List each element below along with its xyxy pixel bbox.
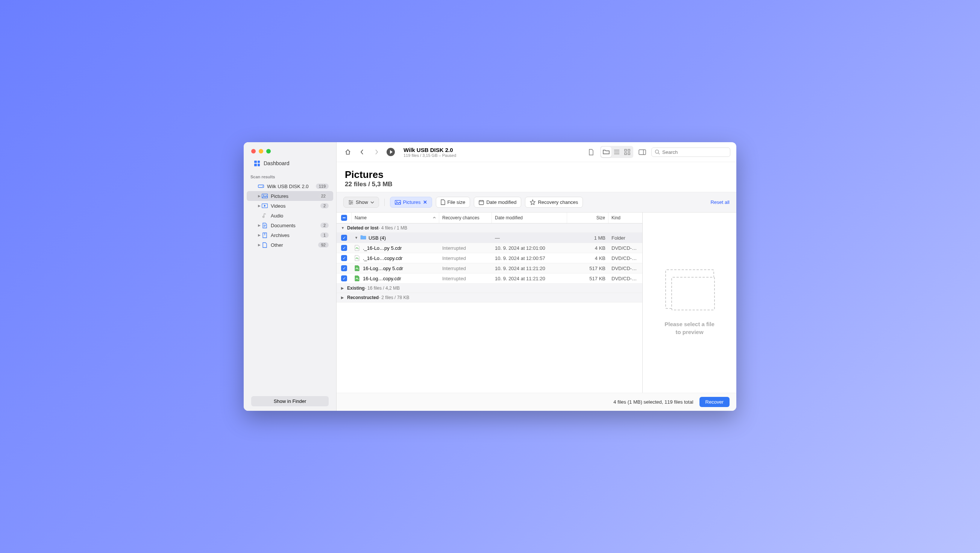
divider [384, 199, 385, 206]
documents-icon [262, 222, 268, 228]
toolbar-title: Wilk USB DISK 2.0 [404, 147, 456, 153]
sidebar-item-documents[interactable]: ▶ Documents 2 [247, 220, 333, 230]
table-header: Name Recovery chances Date modified Size… [337, 212, 642, 223]
cdr-file-icon [355, 245, 361, 251]
view-grid-button[interactable] [622, 147, 633, 157]
show-in-finder-button[interactable]: Show in Finder [251, 396, 329, 406]
chevron-right-icon: ▶ [341, 286, 345, 290]
sliders-icon [348, 200, 353, 205]
sidebar: Dashboard Scan results Wilk USB DISK 2.0… [244, 142, 337, 411]
sidebar-item-badge: 2 [320, 223, 329, 228]
group-existing[interactable]: ▶ Existing - 16 files / 4,2 MB [337, 284, 642, 293]
row-checkbox[interactable] [341, 245, 347, 251]
table-row[interactable]: 16-Log…opy 5.cdr Interrupted 10. 9. 2024… [337, 263, 642, 274]
table-row[interactable]: ▼ USB (4) — 1 MB Folder [337, 233, 642, 243]
home-button[interactable] [343, 147, 353, 157]
sidebar-item-videos[interactable]: ▶ Videos 2 [247, 201, 333, 211]
preview-placeholder-icon [665, 269, 714, 309]
group-reconstructed[interactable]: ▶ Reconstructed - 2 files / 78 KB [337, 293, 642, 303]
reset-all-link[interactable]: Reset all [710, 199, 730, 205]
group-deleted[interactable]: ▼ Deleted or lost - 4 files / 1 MB [337, 223, 642, 233]
row-checkbox[interactable] [341, 255, 347, 261]
sidebar-item-label: Videos [271, 203, 320, 209]
toggle-preview-button[interactable] [637, 147, 648, 157]
group-meta: - 16 files / 4,2 MB [365, 285, 400, 291]
page-heading: Pictures 22 files / 5,3 MB [337, 162, 736, 192]
header-checkbox-cell[interactable] [337, 212, 352, 223]
recovery-chances-filter[interactable]: Recovery chances [525, 197, 583, 208]
minimize-window-button[interactable] [259, 149, 263, 153]
sidebar-item-badge: 22 [318, 193, 329, 199]
group-meta: - 2 files / 78 KB [379, 295, 409, 300]
file-icon [441, 199, 445, 205]
chevron-down-icon: ▼ [341, 226, 345, 230]
select-all-checkbox[interactable] [341, 215, 347, 221]
sidebar-item-label: Documents [271, 223, 320, 228]
preview-empty-text: Please select a file to preview [665, 320, 714, 336]
view-folder-button[interactable] [601, 147, 611, 157]
view-list-button[interactable] [611, 147, 622, 157]
search-input[interactable] [662, 149, 727, 155]
dashboard-link[interactable]: Dashboard [244, 153, 336, 172]
page-subtitle: 22 files / 5,3 MB [345, 180, 728, 188]
new-file-button[interactable] [586, 147, 597, 157]
table-body: ▼ Deleted or lost - 4 files / 1 MB ▼ USB… [337, 223, 642, 393]
sidebar-item-label: Audio [271, 213, 329, 218]
row-checkbox[interactable] [341, 265, 347, 271]
column-size[interactable]: Size [567, 212, 608, 223]
pictures-filter-chip[interactable]: Pictures ✕ [390, 197, 432, 208]
table-row[interactable]: ._16-Lo…copy.cdr Interrupted 10. 9. 2024… [337, 253, 642, 263]
pictures-icon [395, 200, 401, 205]
file-name: ._16-Lo…py 5.cdr [363, 245, 402, 251]
svg-rect-8 [625, 153, 627, 155]
svg-point-3 [263, 195, 264, 196]
back-button[interactable] [357, 147, 368, 157]
toolbar: Wilk USB DISK 2.0 119 files / 3,15 GB – … [337, 142, 736, 162]
close-window-button[interactable] [251, 149, 256, 153]
svg-rect-6 [625, 149, 627, 151]
svg-point-1 [262, 186, 263, 186]
sidebar-item-pictures[interactable]: ▶ Pictures 22 [247, 191, 333, 201]
filter-label: Date modified [486, 199, 516, 205]
toolbar-subtitle: 119 files / 3,15 GB – Paused [404, 153, 456, 158]
svg-point-5 [263, 216, 264, 218]
chevron-right-icon: ▶ [257, 194, 261, 198]
date-modified-filter[interactable]: Date modified [474, 197, 521, 208]
file-name: 16-Log…copy.cdr [363, 276, 401, 281]
remove-filter-icon[interactable]: ✕ [423, 199, 427, 205]
section-label: Scan results [244, 172, 336, 181]
group-meta: - 4 files / 1 MB [378, 225, 407, 231]
show-filter-button[interactable]: Show [343, 197, 379, 208]
app-window: Dashboard Scan results Wilk USB DISK 2.0… [244, 142, 736, 411]
chevron-right-icon: ▶ [257, 204, 261, 208]
file-name: 16-Log…opy 5.cdr [363, 266, 403, 271]
sidebar-item-badge: 92 [318, 242, 329, 247]
table-row[interactable]: ._16-Lo…py 5.cdr Interrupted 10. 9. 2024… [337, 243, 642, 253]
sidebar-item-other[interactable]: ▶ Other 92 [247, 240, 333, 250]
sidebar-item-audio[interactable]: Audio [247, 211, 333, 220]
sidebar-item-archives[interactable]: ▶ Archives 1 [247, 230, 333, 240]
column-recovery-chances[interactable]: Recovery chances [439, 212, 492, 223]
chevron-down-icon[interactable]: ▼ [355, 236, 358, 240]
row-checkbox[interactable] [341, 235, 347, 241]
recover-button[interactable]: Recover [700, 397, 730, 407]
dashboard-icon [254, 161, 260, 166]
search-box[interactable] [651, 147, 730, 157]
pictures-icon [262, 193, 268, 199]
calendar-icon [479, 200, 484, 205]
column-kind[interactable]: Kind [608, 212, 642, 223]
table-row[interactable]: 16-Log…copy.cdr Interrupted 10. 9. 2024 … [337, 274, 642, 284]
column-name[interactable]: Name [352, 212, 439, 223]
chevron-right-icon: ▶ [257, 233, 261, 237]
disk-label: Wilk USB DISK 2.0 [267, 183, 316, 189]
play-resume-button[interactable] [385, 147, 396, 157]
column-date-modified[interactable]: Date modified [492, 212, 567, 223]
sidebar-item-label: Other [271, 242, 318, 248]
forward-button[interactable] [371, 147, 382, 157]
sidebar-item-label: Pictures [271, 193, 318, 199]
maximize-window-button[interactable] [266, 149, 271, 153]
sidebar-disk[interactable]: Wilk USB DISK 2.0 119 [247, 181, 333, 191]
row-checkbox[interactable] [341, 276, 347, 281]
file-size-filter[interactable]: File size [436, 197, 471, 208]
view-toggle-group [600, 146, 633, 158]
